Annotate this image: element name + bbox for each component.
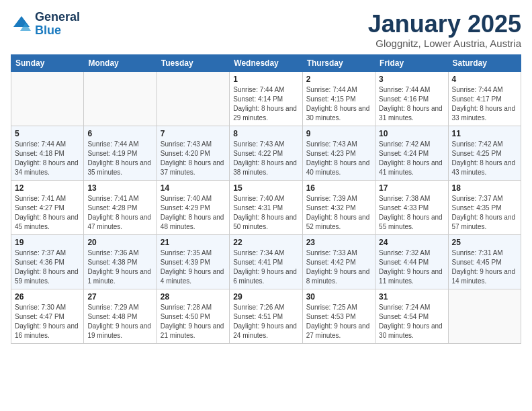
day-info: Sunrise: 7:35 AM Sunset: 4:39 PM Dayligh…	[161, 248, 226, 286]
calendar-week-row: 19Sunrise: 7:37 AM Sunset: 4:36 PM Dayli…	[11, 234, 521, 289]
day-number: 7	[161, 129, 226, 138]
day-info: Sunrise: 7:44 AM Sunset: 4:19 PM Dayligh…	[87, 140, 152, 177]
day-number: 11	[452, 129, 517, 138]
day-number: 2	[306, 75, 371, 84]
calendar-day-cell: 27Sunrise: 7:29 AM Sunset: 4:48 PM Dayli…	[84, 289, 157, 343]
day-info: Sunrise: 7:32 AM Sunset: 4:44 PM Dayligh…	[379, 248, 444, 286]
day-info: Sunrise: 7:44 AM Sunset: 4:18 PM Dayligh…	[15, 140, 80, 177]
day-number: 25	[452, 238, 517, 247]
weekday-header-row: SundayMondayTuesdayWednesdayThursdayFrid…	[11, 54, 521, 71]
day-number: 29	[233, 292, 298, 302]
title-block: January 2025 Gloggnitz, Lower Austria, A…	[368, 11, 521, 49]
day-number: 5	[15, 129, 80, 138]
day-number: 1	[233, 75, 298, 84]
calendar-day-cell: 14Sunrise: 7:40 AM Sunset: 4:29 PM Dayli…	[157, 180, 229, 234]
day-number: 15	[233, 183, 298, 193]
day-number: 28	[161, 292, 226, 302]
logo-icon	[11, 13, 32, 35]
location-subtitle: Gloggnitz, Lower Austria, Austria	[368, 38, 521, 49]
day-info: Sunrise: 7:31 AM Sunset: 4:45 PM Dayligh…	[452, 248, 517, 286]
day-info: Sunrise: 7:28 AM Sunset: 4:50 PM Dayligh…	[161, 303, 226, 340]
calendar-day-cell: 28Sunrise: 7:28 AM Sunset: 4:50 PM Dayli…	[157, 289, 229, 343]
calendar-day-cell: 19Sunrise: 7:37 AM Sunset: 4:36 PM Dayli…	[11, 234, 84, 289]
logo-general: General	[35, 11, 80, 24]
calendar-day-cell: 30Sunrise: 7:25 AM Sunset: 4:53 PM Dayli…	[302, 289, 375, 343]
day-info: Sunrise: 7:24 AM Sunset: 4:54 PM Dayligh…	[379, 303, 444, 340]
day-number: 19	[15, 238, 80, 247]
day-number: 12	[15, 183, 80, 193]
calendar-day-cell: 26Sunrise: 7:30 AM Sunset: 4:47 PM Dayli…	[11, 289, 84, 343]
calendar-day-cell: 17Sunrise: 7:38 AM Sunset: 4:33 PM Dayli…	[375, 180, 448, 234]
day-number: 17	[379, 183, 444, 193]
calendar-day-cell: 22Sunrise: 7:34 AM Sunset: 4:41 PM Dayli…	[230, 234, 302, 289]
calendar-day-cell	[448, 289, 521, 343]
day-info: Sunrise: 7:41 AM Sunset: 4:28 PM Dayligh…	[87, 194, 152, 232]
day-number: 10	[379, 129, 444, 138]
day-info: Sunrise: 7:41 AM Sunset: 4:27 PM Dayligh…	[15, 194, 80, 232]
day-number: 16	[306, 183, 371, 193]
svg-marker-0	[13, 16, 30, 27]
day-number: 20	[87, 238, 152, 247]
calendar-table: SundayMondayTuesdayWednesdayThursdayFrid…	[11, 54, 521, 344]
day-info: Sunrise: 7:29 AM Sunset: 4:48 PM Dayligh…	[87, 303, 152, 340]
weekday-header-friday: Friday	[375, 54, 448, 71]
weekday-header-saturday: Saturday	[448, 54, 521, 71]
calendar-day-cell: 25Sunrise: 7:31 AM Sunset: 4:45 PM Dayli…	[448, 234, 521, 289]
day-info: Sunrise: 7:37 AM Sunset: 4:35 PM Dayligh…	[452, 194, 517, 232]
day-number: 27	[87, 292, 152, 302]
day-number: 9	[306, 129, 371, 138]
calendar-day-cell: 31Sunrise: 7:24 AM Sunset: 4:54 PM Dayli…	[375, 289, 448, 343]
day-number: 31	[379, 292, 444, 302]
day-info: Sunrise: 7:42 AM Sunset: 4:24 PM Dayligh…	[379, 140, 444, 177]
day-info: Sunrise: 7:37 AM Sunset: 4:36 PM Dayligh…	[15, 248, 80, 286]
day-info: Sunrise: 7:43 AM Sunset: 4:23 PM Dayligh…	[306, 140, 371, 177]
day-number: 4	[452, 75, 517, 84]
day-number: 21	[161, 238, 226, 247]
day-info: Sunrise: 7:25 AM Sunset: 4:53 PM Dayligh…	[306, 303, 371, 340]
calendar-day-cell: 12Sunrise: 7:41 AM Sunset: 4:27 PM Dayli…	[11, 180, 84, 234]
calendar-day-cell	[157, 71, 229, 126]
logo-text: General Blue	[35, 11, 80, 38]
day-info: Sunrise: 7:30 AM Sunset: 4:47 PM Dayligh…	[15, 303, 80, 340]
day-number: 22	[233, 238, 298, 247]
weekday-header-sunday: Sunday	[11, 54, 84, 71]
day-number: 18	[452, 183, 517, 193]
calendar-day-cell: 23Sunrise: 7:33 AM Sunset: 4:42 PM Dayli…	[302, 234, 375, 289]
day-info: Sunrise: 7:44 AM Sunset: 4:17 PM Dayligh…	[452, 85, 517, 123]
day-info: Sunrise: 7:26 AM Sunset: 4:51 PM Dayligh…	[233, 303, 298, 340]
calendar-day-cell: 6Sunrise: 7:44 AM Sunset: 4:19 PM Daylig…	[84, 126, 157, 180]
calendar-day-cell: 11Sunrise: 7:42 AM Sunset: 4:25 PM Dayli…	[448, 126, 521, 180]
day-number: 23	[306, 238, 371, 247]
day-number: 6	[87, 129, 152, 138]
day-number: 24	[379, 238, 444, 247]
calendar-day-cell: 7Sunrise: 7:43 AM Sunset: 4:20 PM Daylig…	[157, 126, 229, 180]
day-number: 13	[87, 183, 152, 193]
calendar-week-row: 5Sunrise: 7:44 AM Sunset: 4:18 PM Daylig…	[11, 126, 521, 180]
day-number: 8	[233, 129, 298, 138]
day-number: 3	[379, 75, 444, 84]
day-info: Sunrise: 7:43 AM Sunset: 4:20 PM Dayligh…	[161, 140, 226, 177]
day-info: Sunrise: 7:36 AM Sunset: 4:38 PM Dayligh…	[87, 248, 152, 286]
calendar-day-cell: 5Sunrise: 7:44 AM Sunset: 4:18 PM Daylig…	[11, 126, 84, 180]
calendar-day-cell: 13Sunrise: 7:41 AM Sunset: 4:28 PM Dayli…	[84, 180, 157, 234]
calendar-day-cell: 21Sunrise: 7:35 AM Sunset: 4:39 PM Dayli…	[157, 234, 229, 289]
day-info: Sunrise: 7:44 AM Sunset: 4:15 PM Dayligh…	[306, 85, 371, 123]
calendar-day-cell: 24Sunrise: 7:32 AM Sunset: 4:44 PM Dayli…	[375, 234, 448, 289]
month-title: January 2025	[368, 11, 521, 38]
day-info: Sunrise: 7:39 AM Sunset: 4:32 PM Dayligh…	[306, 194, 371, 232]
logo: General Blue	[11, 11, 80, 38]
page-header: General Blue January 2025 Gloggnitz, Low…	[11, 11, 521, 49]
calendar-day-cell: 1Sunrise: 7:44 AM Sunset: 4:14 PM Daylig…	[230, 71, 302, 126]
calendar-week-row: 26Sunrise: 7:30 AM Sunset: 4:47 PM Dayli…	[11, 289, 521, 343]
calendar-day-cell	[84, 71, 157, 126]
calendar-day-cell: 20Sunrise: 7:36 AM Sunset: 4:38 PM Dayli…	[84, 234, 157, 289]
calendar-day-cell: 15Sunrise: 7:40 AM Sunset: 4:31 PM Dayli…	[230, 180, 302, 234]
day-number: 30	[306, 292, 371, 302]
calendar-day-cell: 9Sunrise: 7:43 AM Sunset: 4:23 PM Daylig…	[302, 126, 375, 180]
day-info: Sunrise: 7:42 AM Sunset: 4:25 PM Dayligh…	[452, 140, 517, 177]
day-info: Sunrise: 7:40 AM Sunset: 4:31 PM Dayligh…	[233, 194, 298, 232]
calendar-day-cell: 16Sunrise: 7:39 AM Sunset: 4:32 PM Dayli…	[302, 180, 375, 234]
logo-blue: Blue	[35, 24, 80, 38]
calendar-day-cell: 3Sunrise: 7:44 AM Sunset: 4:16 PM Daylig…	[375, 71, 448, 126]
calendar-day-cell: 8Sunrise: 7:43 AM Sunset: 4:22 PM Daylig…	[230, 126, 302, 180]
